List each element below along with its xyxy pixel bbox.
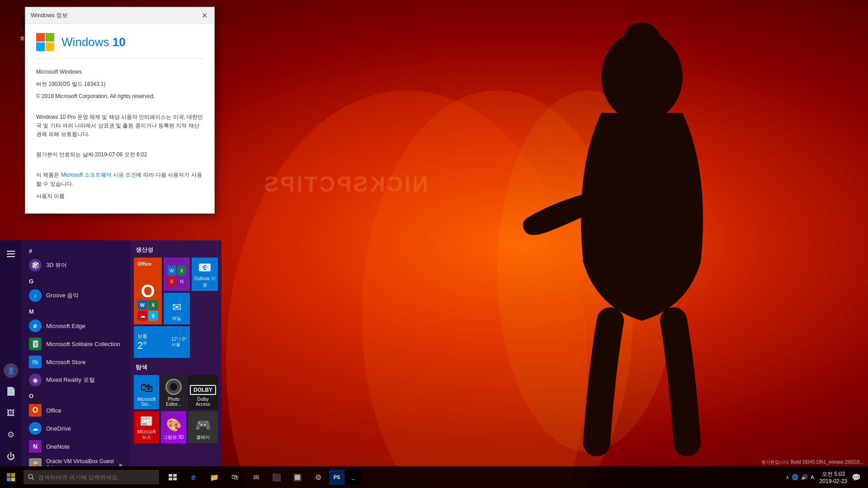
tile-outlook-label: Outlook 지원	[193, 276, 216, 288]
app-list-section-m: M	[22, 306, 130, 317]
user-label-text: 사용자 이름	[36, 192, 203, 201]
search-input[interactable]	[38, 474, 146, 481]
start-button[interactable]	[0, 466, 22, 488]
taskbar-app1-icon[interactable]: 🔲	[288, 466, 307, 488]
about-dialog: Windows 정보 ✕ Windows 10 Microsoft Window…	[25, 7, 215, 214]
app-list-item-office[interactable]: O Office	[22, 401, 130, 419]
app-list-item-onenote[interactable]: N OneNote	[22, 437, 130, 455]
logo-quad-1	[36, 33, 45, 42]
app-list-item-virtualbox[interactable]: 📦 Oracle VM VirtualBox Guest Ad... ▶	[22, 455, 130, 466]
tray-lang-icon[interactable]: A	[811, 474, 814, 480]
svg-rect-6	[7, 251, 15, 252]
weather-condition: 보통 2°	[137, 333, 147, 352]
paint3d-tile-icon: 🎨	[166, 418, 182, 432]
edge-icon: e	[29, 319, 42, 332]
taskbar-explorer-icon[interactable]: 📁	[204, 466, 224, 488]
tile-paint3d[interactable]: 🎨 그림판 3D	[161, 411, 186, 443]
app-label-3dviewer: 3D 뷰어	[46, 261, 67, 269]
tray-volume-icon[interactable]: 🔊	[801, 474, 808, 480]
app-list-item-groove[interactable]: ♪ Groove 음악	[22, 286, 130, 305]
taskbar-media-icon[interactable]: ⬛	[267, 466, 287, 488]
taskview-button[interactable]	[163, 466, 183, 488]
terms-prefix: 이 제품은	[36, 172, 61, 178]
dialog-close-button[interactable]: ✕	[200, 11, 209, 20]
tile-ms-store-label: Microsoft Sto...	[136, 397, 157, 407]
expand-arrow-icon: ▶	[119, 462, 123, 467]
app-list-item-store[interactable]: 🛍 Microsoft Store	[22, 353, 130, 371]
tile-solitaire[interactable]: 🎮 클레이	[188, 411, 218, 443]
taskbar-search[interactable]	[24, 470, 159, 484]
app-list-item-mixed-reality[interactable]: ◉ Mixed Reality 포털	[22, 371, 130, 389]
tile-ms-apps[interactable]: W X S N	[164, 258, 190, 291]
ms-store-tile-icon: 🛍	[140, 380, 153, 395]
windows-logo	[36, 33, 54, 51]
tray-datetime[interactable]: 오전 5:03 2019-02-23	[820, 470, 847, 484]
app-list-item-onedrive[interactable]: ☁ OneDrive	[22, 419, 130, 437]
start-menu: 👤 📄 🖼 ⚙ ⏻ # 🎲 3D 뷰어 G ♪ Groove 음악 M e	[0, 240, 222, 466]
taskbar-app-icons: e 📁 🛍 ✉ ⬛ 🔲 ⚙ PS _	[163, 466, 361, 488]
tile-photo-editor[interactable]: Photo Editor...	[161, 375, 186, 409]
app-list-item-edge[interactable]: e Microsoft Edge	[22, 317, 130, 335]
notification-center-button[interactable]: 💬	[849, 466, 863, 488]
tile-paint3d-label: 그림판 3D	[163, 434, 184, 441]
app-label-office: Office	[46, 407, 61, 414]
logo-quad-4	[46, 42, 54, 51]
tile-office[interactable]: Office W X ☁ S O	[134, 258, 162, 324]
taskbar-mail-icon[interactable]: ✉	[246, 466, 266, 488]
tile-mail[interactable]: ✉ 메일	[164, 293, 190, 324]
tile-outlook[interactable]: 📧 Outlook 지원	[192, 258, 218, 291]
user-icon[interactable]: 👤	[4, 363, 18, 378]
search-icon	[28, 474, 34, 480]
tray-network-icon[interactable]: 🌐	[792, 474, 798, 480]
taskbar-settings-icon[interactable]: ⚙	[308, 466, 328, 488]
taskbar-terminal-icon[interactable]: _	[345, 469, 361, 485]
svg-rect-15	[169, 474, 172, 477]
tray-icons: ∧ 🌐 🔊 A	[782, 474, 817, 480]
app-list-item-solitaire[interactable]: 🃏 Microsoft Solitaire Collection	[22, 335, 130, 353]
office-big-o: O	[141, 281, 155, 301]
tile-office-label: Office	[137, 261, 151, 267]
office-mini-apps: W X ☁ S	[137, 300, 158, 321]
dialog-content: Windows 10 Microsoft Windows 버전 1903(OS …	[25, 24, 214, 213]
terms-link[interactable]: Microsoft 소프트웨어 사용 조건	[61, 172, 137, 178]
taskbar-store-icon[interactable]: 🛍	[225, 466, 245, 488]
power-icon[interactable]: ⏻	[1, 446, 21, 466]
taskbar-edge-icon[interactable]: e	[184, 466, 203, 488]
documents-icon[interactable]: 📄	[1, 381, 21, 401]
virtualbox-icon: 📦	[29, 458, 42, 466]
app-list-section-o: O	[22, 391, 130, 401]
taskbar: e 📁 🛍 ✉ ⬛ 🔲 ⚙ PS _ ∧ 🌐 🔊 A 오전 5:03	[0, 466, 868, 488]
weather-temperature: 2°	[137, 340, 147, 352]
groove-icon: ♪	[29, 289, 42, 302]
taskbar-powershell-icon[interactable]: PS	[329, 469, 344, 485]
pictures-icon[interactable]: 🖼	[1, 403, 21, 423]
app-label-mixed-reality: Mixed Reality 포털	[46, 376, 95, 384]
tiles-area: 생산성 Office W X ☁ S O	[130, 240, 222, 466]
description-text: Windows 10 Pro 운영 체제 및 해당 사용자 인터페이스는 미국,…	[36, 113, 203, 139]
store-icon: 🛍	[29, 356, 42, 368]
settings-icon[interactable]: ⚙	[1, 425, 21, 445]
eval-date-text: 평가본이 만료되는 날짜:2019-07-06 오전 6:02	[36, 150, 203, 159]
tile-ms-news[interactable]: 📰 Microsoft 뉴스	[134, 411, 159, 443]
svg-rect-17	[169, 478, 172, 480]
excel-icon-small: X	[177, 266, 186, 276]
svg-point-5	[651, 38, 669, 52]
tile-weather[interactable]: 보통 2° 12° / 0° 서울	[134, 326, 190, 358]
skype-icon-small: S	[167, 277, 176, 286]
app-list: # 🎲 3D 뷰어 G ♪ Groove 음악 M e Microsoft Ed…	[22, 240, 130, 466]
tiles-search-grid: 🛍 Microsoft Sto... Photo Editor... DOLBY…	[134, 375, 218, 443]
app-list-item-3dviewer[interactable]: 🎲 3D 뷰어	[22, 256, 130, 274]
tile-photo-editor-label: Photo Editor...	[163, 397, 184, 407]
tile-dolby[interactable]: DOLBY Dolby Access	[188, 375, 218, 409]
app-label-onedrive: OneDrive	[46, 425, 71, 432]
svg-rect-8	[7, 256, 15, 257]
tray-chevron-icon[interactable]: ∧	[786, 475, 789, 480]
logo-quad-2	[46, 33, 54, 42]
tile-ms-store[interactable]: 🛍 Microsoft Sto...	[134, 375, 159, 409]
weather-details: 12° / 0° 서울	[171, 337, 186, 348]
dialog-title-text: Windows 정보	[31, 11, 68, 19]
svg-point-13	[28, 474, 33, 479]
tray-time-text: 오전 5:03	[822, 470, 845, 478]
hamburger-menu-icon[interactable]	[1, 244, 21, 264]
app-label-groove: Groove 음악	[46, 291, 79, 300]
